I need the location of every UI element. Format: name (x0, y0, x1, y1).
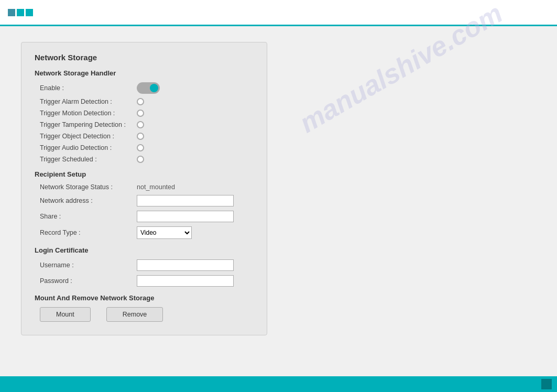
trigger-tampering-row: Trigger Tampering Detection : (35, 121, 254, 128)
trigger-scheduled-label: Trigger Scheduled : (40, 156, 137, 163)
network-address-row: Network address : (35, 195, 254, 206)
footer-icon (541, 379, 552, 389)
trigger-alarm-radio[interactable] (137, 98, 144, 105)
trigger-motion-row: Trigger Motion Detection : (35, 110, 254, 117)
trigger-tampering-label: Trigger Tampering Detection : (40, 121, 137, 128)
trigger-object-label: Trigger Object Detection : (40, 133, 137, 140)
header-square-2 (17, 9, 24, 16)
header-square-1 (8, 9, 15, 16)
share-row: Share : (35, 211, 254, 222)
network-address-label: Network address : (40, 197, 137, 204)
share-label: Share : (40, 213, 137, 220)
username-label: Username : (40, 262, 137, 269)
mount-buttons-row: Mount Remove (35, 307, 254, 322)
trigger-audio-radio[interactable] (137, 144, 144, 151)
trigger-object-radio[interactable] (137, 133, 144, 140)
recipient-section-title: Recipient Setup (35, 170, 254, 178)
trigger-scheduled-row: Trigger Scheduled : (35, 156, 254, 163)
handler-section-title: Network Storage Handler (35, 69, 254, 77)
enable-row: Enable : (35, 82, 254, 94)
header-bar (0, 0, 557, 26)
storage-status-label: Network Storage Status : (40, 183, 137, 191)
header-logo (8, 9, 33, 16)
network-storage-panel: Network Storage Network Storage Handler … (21, 42, 267, 335)
header-square-3 (26, 9, 33, 16)
trigger-scheduled-radio[interactable] (137, 156, 144, 163)
remove-button[interactable]: Remove (106, 307, 163, 322)
footer-bar (0, 376, 557, 392)
mount-button[interactable]: Mount (40, 307, 91, 322)
username-input[interactable] (137, 259, 234, 271)
trigger-alarm-row: Trigger Alarm Detection : (35, 98, 254, 105)
password-row: Password : (35, 275, 254, 287)
password-label: Password : (40, 277, 137, 285)
trigger-audio-label: Trigger Audio Detection : (40, 144, 137, 151)
password-input[interactable] (137, 275, 234, 287)
enable-label: Enable : (40, 84, 137, 92)
trigger-audio-row: Trigger Audio Detection : (35, 144, 254, 151)
login-section-title: Login Certificate (35, 246, 254, 254)
trigger-motion-radio[interactable] (137, 110, 144, 117)
enable-toggle[interactable] (137, 82, 160, 94)
record-type-label: Record Type : (40, 229, 137, 236)
mount-section-title: Mount And Remove Network Storage (35, 294, 254, 302)
trigger-alarm-label: Trigger Alarm Detection : (40, 98, 137, 105)
main-content: Network Storage Network Storage Handler … (0, 26, 557, 376)
storage-status-row: Network Storage Status : not_mounted (35, 183, 254, 191)
trigger-object-row: Trigger Object Detection : (35, 133, 254, 140)
share-input[interactable] (137, 211, 234, 222)
trigger-tampering-radio[interactable] (137, 121, 144, 128)
username-row: Username : (35, 259, 254, 271)
storage-status-value: not_mounted (137, 183, 175, 191)
trigger-motion-label: Trigger Motion Detection : (40, 110, 137, 117)
panel-title: Network Storage (35, 53, 254, 62)
network-address-input[interactable] (137, 195, 234, 206)
record-type-select[interactable]: Video Image (137, 226, 192, 239)
record-type-row: Record Type : Video Image (35, 226, 254, 239)
